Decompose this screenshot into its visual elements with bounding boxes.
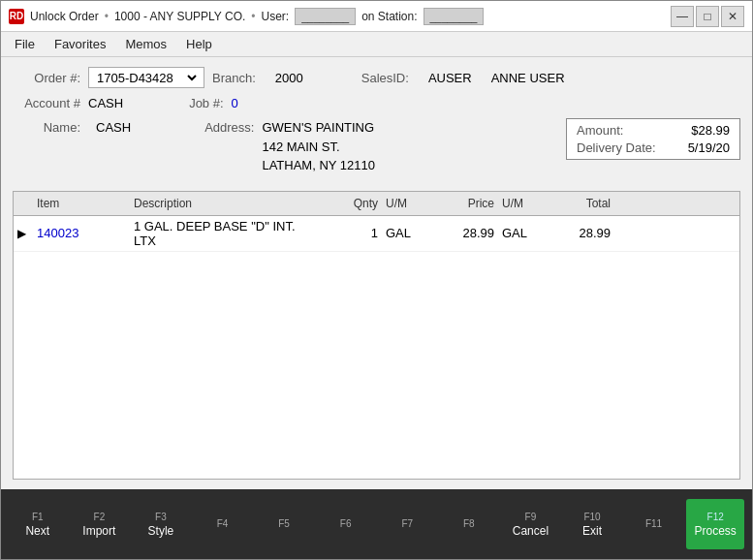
fkey-f4-label: F4 — [217, 518, 229, 529]
cell-um1: GAL — [382, 223, 430, 243]
sales-name: ANNE USER — [491, 71, 565, 85]
fkey-f2-name: Import — [82, 524, 115, 538]
name-label: Name: — [13, 118, 80, 135]
salesid-value: AUSER — [428, 71, 472, 85]
col-price: Price — [430, 195, 498, 212]
table-header: Item Description Qnty U/M Price U/M Tota… — [14, 192, 739, 216]
order-dropdown[interactable]: 1705-D43428 — [88, 67, 204, 88]
branch-section: Branch: 2000 SalesID: AUSER ANNE USER — [212, 71, 740, 85]
fkey-f8-label: F8 — [463, 518, 475, 529]
minimize-button[interactable]: — — [671, 6, 694, 27]
fkey-f12-name: Process — [694, 524, 736, 538]
fkey-f6-label: F6 — [340, 518, 352, 529]
fkey-f4[interactable]: F4 — [194, 499, 252, 549]
menu-file[interactable]: File — [5, 35, 45, 53]
fkey-f5[interactable]: F5 — [255, 499, 313, 549]
window-controls: — □ ✕ — [671, 6, 744, 27]
table-row[interactable]: ▶ 140023 1 GAL. DEEP BASE "D" INT. LTX 1… — [14, 216, 739, 252]
col-description: Description — [130, 195, 324, 212]
address-line1: GWEN'S PAINTING — [262, 118, 375, 138]
name-value: CASH — [96, 118, 131, 135]
title-sep2: • — [251, 10, 255, 23]
fkey-f2[interactable]: F2 Import — [71, 499, 129, 549]
address-block: Address: GWEN'S PAINTING 142 MAIN ST. LA… — [204, 118, 375, 175]
station-value: ________ — [424, 8, 485, 25]
menu-bar: File Favorites Memos Help — [1, 32, 752, 57]
col-arrow — [14, 195, 33, 212]
cell-total: 28.99 — [547, 223, 614, 243]
function-key-bar: F1 Next F2 Import F3 Style F4 F5 F6 F7 F… — [1, 489, 752, 559]
address-lines: GWEN'S PAINTING 142 MAIN ST. LATHAM, NY … — [262, 118, 375, 175]
amount-box: Amount: $28.99 Delivery Date: 5/19/20 — [566, 118, 740, 160]
col-um2: U/M — [498, 195, 547, 212]
table-body: ▶ 140023 1 GAL. DEEP BASE "D" INT. LTX 1… — [14, 216, 739, 480]
fkey-f9[interactable]: F9 Cancel — [502, 499, 560, 549]
account-row: Account # CASH Job #: 0 — [13, 96, 740, 110]
main-window: RD Unlock Order • 1000 - ANY SUPPLY CO. … — [0, 0, 753, 560]
order-table: Item Description Qnty U/M Price U/M Tota… — [13, 191, 740, 481]
job-value: 0 — [232, 96, 238, 110]
close-button[interactable]: ✕ — [721, 6, 744, 27]
address-line3: LATHAM, NY 12110 — [262, 156, 375, 175]
fkey-f12-label: F12 — [707, 512, 724, 522]
col-total: Total — [547, 195, 614, 212]
delivery-value: 5/19/20 — [688, 140, 730, 155]
col-qnty: Qnty — [324, 195, 382, 212]
fkey-f10-name: Exit — [582, 524, 602, 538]
user-value: ________ — [295, 8, 356, 25]
fkey-f11[interactable]: F11 — [625, 499, 683, 549]
station-label: on Station: — [361, 10, 417, 23]
salesid-label: SalesID: — [361, 71, 409, 85]
delivery-label: Delivery Date: — [577, 140, 656, 155]
fkey-f9-label: F9 — [525, 512, 537, 522]
order-row: Order #: 1705-D43428 Branch: 2000 SalesI… — [13, 67, 740, 88]
cell-um2: GAL — [498, 223, 547, 243]
fkey-f5-label: F5 — [278, 518, 290, 529]
menu-favorites[interactable]: Favorites — [45, 35, 115, 53]
fkey-f11-label: F11 — [645, 518, 662, 529]
fkey-f7[interactable]: F7 — [378, 499, 436, 549]
fkey-f3-label: F3 — [155, 512, 167, 522]
fkey-f8[interactable]: F8 — [440, 499, 498, 549]
col-item: Item — [33, 195, 130, 212]
window-title: Unlock Order — [30, 10, 99, 23]
amount-value: $28.99 — [691, 123, 730, 138]
maximize-button[interactable]: □ — [696, 6, 719, 27]
menu-memos[interactable]: Memos — [115, 35, 176, 53]
title-bar: RD Unlock Order • 1000 - ANY SUPPLY CO. … — [1, 1, 752, 32]
fkey-f1-name: Next — [25, 524, 49, 538]
cell-description: 1 GAL. DEEP BASE "D" INT. LTX — [130, 216, 324, 251]
col-um1: U/M — [382, 195, 430, 212]
amount-label: Amount: — [577, 123, 623, 138]
address-label: Address: — [204, 118, 254, 135]
title-sep1: • — [105, 10, 109, 23]
fkey-f10-label: F10 — [583, 512, 600, 522]
fkey-f10[interactable]: F10 Exit — [563, 499, 621, 549]
user-label: User: — [262, 10, 290, 23]
fkey-f3[interactable]: F3 Style — [132, 499, 190, 549]
app-icon: RD — [9, 9, 24, 24]
job-label: Job #: — [189, 96, 223, 110]
fkey-f2-label: F2 — [94, 512, 106, 522]
company-name: 1000 - ANY SUPPLY CO. — [114, 10, 245, 23]
amount-row: Amount: $28.99 — [577, 123, 730, 138]
cell-item: 140023 — [33, 223, 130, 243]
delivery-row: Delivery Date: 5/19/20 — [577, 140, 730, 155]
fkey-f6[interactable]: F6 — [317, 499, 375, 549]
fkey-f12[interactable]: F12 Process — [686, 499, 744, 549]
fkey-f9-name: Cancel — [513, 524, 549, 538]
order-label: Order #: — [13, 71, 80, 85]
row-indicator: ▶ — [14, 224, 33, 243]
menu-help[interactable]: Help — [176, 35, 222, 53]
branch-value: 2000 — [275, 71, 303, 85]
fkey-f3-name: Style — [148, 524, 174, 538]
fkey-f1[interactable]: F1 Next — [9, 499, 67, 549]
branch-label: Branch: — [212, 71, 256, 85]
order-select-input[interactable]: 1705-D43428 — [93, 68, 200, 87]
main-content: Order #: 1705-D43428 Branch: 2000 SalesI… — [1, 57, 752, 489]
fkey-f1-label: F1 — [32, 512, 44, 522]
cell-qnty: 1 — [324, 223, 382, 243]
cell-price: 28.99 — [430, 223, 498, 243]
address-line2: 142 MAIN ST. — [262, 138, 375, 157]
name-address-row: Name: CASH Address: GWEN'S PAINTING 142 … — [13, 118, 740, 175]
